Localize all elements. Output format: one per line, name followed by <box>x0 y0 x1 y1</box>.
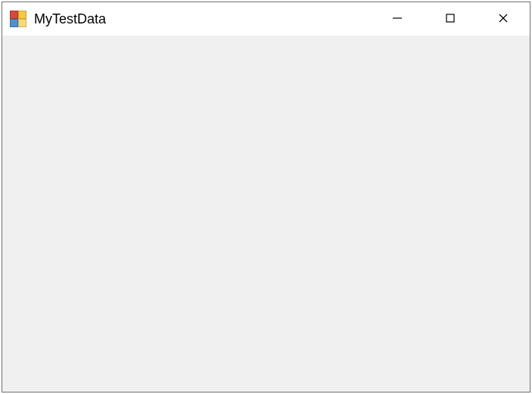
close-icon <box>497 12 509 26</box>
app-icon <box>10 11 26 27</box>
maximize-button[interactable] <box>424 2 477 36</box>
minimize-icon <box>391 12 403 26</box>
window-frame: MyTestData <box>2 2 530 392</box>
close-button[interactable] <box>477 2 530 36</box>
titlebar[interactable]: MyTestData <box>2 2 530 36</box>
window-controls <box>371 2 530 36</box>
maximize-icon <box>444 12 456 26</box>
client-area <box>2 36 530 392</box>
minimize-button[interactable] <box>371 2 424 36</box>
svg-rect-1 <box>446 14 454 22</box>
window-title: MyTestData <box>34 2 371 36</box>
